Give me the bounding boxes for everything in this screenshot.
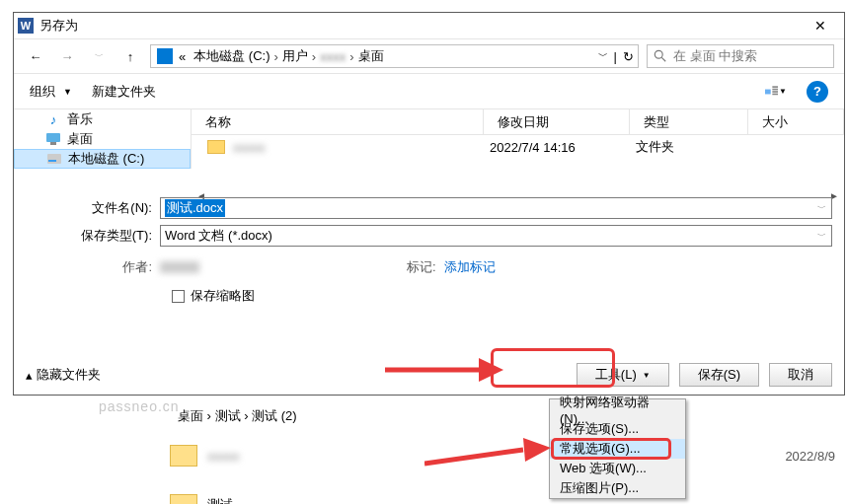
svg-rect-3 [772,86,778,88]
chevron-right-icon: › [274,49,278,64]
file-list-header: 名称 修改日期 类型 大小 [192,109,844,135]
save-button[interactable]: 保存(S) [679,363,759,387]
cancel-button[interactable]: 取消 [769,363,832,387]
search-input[interactable]: 在 桌面 中搜索 [647,44,834,68]
author-value-hidden[interactable] [160,261,199,273]
svg-rect-9 [47,154,61,164]
svg-rect-6 [772,93,778,95]
help-button[interactable]: ? [807,81,828,103]
chevron-right-icon: › [349,49,353,64]
crumb-3[interactable]: 桌面 [358,47,384,65]
chevron-down-icon[interactable]: ﹀ [813,198,829,218]
svg-rect-2 [765,89,771,94]
bg-row-1: 测试 [170,491,847,504]
sidebar-item-label: 桌面 [67,130,93,148]
bg-row-date: 2022/8/9 [785,449,835,464]
tools-label: 工具(L) [595,366,637,384]
svg-line-1 [661,57,665,61]
desktop-icon [45,131,61,147]
dialog-title: 另存为 [39,17,801,35]
breadcrumb-bar[interactable]: « 本地磁盘 (C:) › 用户 › xxxx › 桌面 ﹀ | ↻ [150,44,639,68]
bottom-bar: ▴ 隐藏文件夹 工具(L) ▼ 保存(S) 取消 [14,355,844,395]
search-placeholder: 在 桌面 中搜索 [673,47,757,65]
up-button[interactable]: ↑ [118,44,142,68]
navbar: ← → ﹀ ↑ « 本地磁盘 (C:) › 用户 › xxxx › 桌面 ﹀ |… [14,38,844,74]
file-row[interactable]: xxxxx 2022/7/4 14:16 文件夹 [192,135,844,159]
this-pc-icon [157,48,173,64]
col-name[interactable]: 名称 [192,109,484,134]
menu-web-options[interactable]: Web 选项(W)... [550,459,685,478]
file-name-hidden: xxxxx [233,140,490,155]
form-area: 文件名(N): 测试.docx ﹀ 保存类型(T): Word 文档 (*.do… [14,186,844,317]
sidebar-item-label: 本地磁盘 (C:) [68,150,144,168]
bg-row-0: xxxxx 2022/8/9 [170,442,847,469]
sidebar: ♪ 音乐 桌面 本地磁盘 (C:) [14,109,192,169]
sidebar-item-desktop[interactable]: 桌面 [14,129,191,149]
back-button[interactable]: ← [24,44,47,68]
folder-icon [170,494,197,504]
svg-point-0 [654,50,662,58]
content-area: ♪ 音乐 桌面 本地磁盘 (C:) 名称 修改日期 类型 大小 xxxxx 20… [14,109,844,169]
music-icon: ♪ [45,111,61,127]
svg-rect-5 [772,91,778,93]
filename-value: 测试.docx [165,199,225,217]
search-icon [654,49,667,63]
sidebar-item-local-disk[interactable]: 本地磁盘 (C:) [14,149,191,169]
chevron-down-icon[interactable]: ﹀ [813,226,829,246]
crumb-2-hidden[interactable]: xxxx [320,49,346,64]
bg-breadcrumb: 桌面 › 测试 › 测试 (2) [178,402,847,430]
titlebar: W 另存为 ✕ [14,13,844,38]
chevron-down-icon[interactable]: ﹀ [598,49,608,63]
chevron-right-icon: › [312,49,316,64]
organize-button[interactable]: 组织▼ [30,83,72,101]
drive-icon [46,151,62,167]
menu-map-network-drive[interactable]: 映射网络驱动器(N)... [550,399,685,419]
crumb-1[interactable]: 用户 [282,47,308,65]
view-button[interactable]: ▼ [765,81,787,103]
recent-dropdown[interactable]: ﹀ [87,44,111,68]
tag-label: 标记: [407,258,444,276]
file-date: 2022/7/4 14:16 [490,140,636,155]
save-as-dialog: W 另存为 ✕ ← → ﹀ ↑ « 本地磁盘 (C:) › 用户 › xxxx … [13,12,845,396]
tools-dropdown: 映射网络驱动器(N)... 保存选项(S)... 常规选项(G)... Web … [549,398,686,499]
forward-button[interactable]: → [55,44,79,68]
filetype-value: Word 文档 (*.docx) [165,227,272,245]
sidebar-item-music[interactable]: ♪ 音乐 [14,109,191,129]
sidebar-item-label: 音乐 [67,110,93,128]
file-type: 文件夹 [636,138,674,156]
svg-rect-10 [48,160,56,162]
svg-rect-7 [46,133,60,142]
refresh-icon[interactable]: ↻ [623,49,634,64]
col-size[interactable]: 大小 [748,109,844,134]
menu-general-options[interactable]: 常规选项(G)... [550,439,685,459]
thumbnail-checkbox[interactable] [172,290,185,303]
tools-button[interactable]: 工具(L) ▼ [577,363,669,387]
thumbnail-label: 保存缩略图 [191,287,255,305]
hide-folders-button[interactable]: ▴ 隐藏文件夹 [26,366,101,384]
chevron-down-icon: ▼ [643,371,651,380]
col-date[interactable]: 修改日期 [484,109,630,134]
crumb-sep: « [179,49,186,64]
filename-label: 文件名(N): [26,199,160,217]
menu-compress-pictures[interactable]: 压缩图片(P)... [550,478,685,498]
watermark: passneo.cn [99,398,180,414]
author-label: 作者: [26,258,160,276]
toolbar: 组织▼ 新建文件夹 ▼ ? [14,74,844,109]
chevron-up-icon: ▴ [26,368,33,383]
folder-icon [170,445,197,467]
hide-folders-label: 隐藏文件夹 [37,366,101,384]
crumb-0[interactable]: 本地磁盘 (C:) [193,47,270,65]
bg-row-name: xxxxx [207,449,785,464]
folder-icon [207,140,225,154]
word-icon: W [18,18,34,34]
col-type[interactable]: 类型 [630,109,748,134]
bg-row-name: 测试 [207,496,233,504]
svg-rect-8 [50,142,56,145]
tag-value[interactable]: 添加标记 [444,258,496,276]
filetype-label: 保存类型(T): [26,227,160,245]
new-folder-button[interactable]: 新建文件夹 [92,83,156,101]
svg-rect-4 [772,88,778,90]
filetype-select[interactable]: Word 文档 (*.docx) ﹀ [160,225,832,247]
close-button[interactable]: ✕ [801,15,840,36]
filename-input[interactable]: 测试.docx ﹀ [160,197,832,219]
